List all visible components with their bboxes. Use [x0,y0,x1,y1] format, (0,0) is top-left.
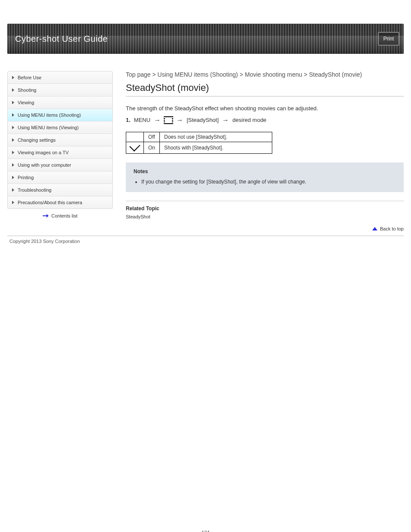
main-content: Top page > Using MENU items (Shooting) >… [126,71,404,234]
arrow-icon: → [176,116,183,124]
related-section: Related Topic SteadyShot [126,201,404,219]
footer-rule [7,236,404,236]
caret-right-icon [12,201,14,204]
film-icon [164,116,173,124]
sidebar-item[interactable]: Using MENU items (Viewing) [8,121,112,134]
sidebar-item[interactable]: Viewing [8,96,112,109]
sidebar-item[interactable]: Using MENU items (Shooting) [8,109,112,121]
sidebar-item-label: Precautions/About this camera [18,200,82,205]
arrow-icon: → [222,116,229,124]
table-row: Off Does not use [SteadyShot]. [126,132,272,142]
sidebar-item-label: Changing settings [18,137,56,143]
back-to-top-label: Back to top [380,226,404,231]
sidebar-item[interactable]: Precautions/About this camera [8,196,112,208]
sidebar-item-label: Troubleshooting [18,187,51,193]
cell-desc: Does not use [SteadyShot]. [160,132,272,142]
options-table: Off Does not use [SteadyShot]. On Shoots… [126,132,272,154]
step-2: [SteadyShot] [187,117,218,123]
copyright: Copyright 2013 Sony Corporation [9,239,411,244]
sidebar-item[interactable]: Printing [8,171,112,184]
notes-box: Notes If you change the setting for [Ste… [126,162,404,192]
sidebar-item-label: Viewing [18,100,34,105]
page-title: SteadyShot (movie) [126,82,404,93]
caret-right-icon [12,163,14,167]
contents-list-link[interactable]: Contents list [7,209,113,223]
caret-right-icon [12,101,14,104]
sidebar-item-label: Before Use [18,75,41,80]
header-bar: Cyber-shot User Guide Print [7,24,404,54]
arrow-icon: → [154,116,161,124]
sidebar-item-label: Using MENU items (Viewing) [18,125,79,130]
related-title: Related Topic [126,205,404,212]
cell-icon [126,132,144,142]
sidebar-item[interactable]: Troubleshooting [8,184,112,196]
caret-right-icon [12,176,14,179]
step-number: 1. [126,117,131,123]
sidebar-item[interactable]: Viewing images on a TV [8,146,112,159]
caret-right-icon [12,188,14,192]
sidebar-item[interactable]: Changing settings [8,134,112,146]
sidebar-column: Before UseShootingViewingUsing MENU item… [7,71,113,234]
page-number: 134 [0,530,411,532]
step-3: desired mode [233,117,267,123]
print-button[interactable]: Print [378,32,399,46]
cell-desc: Shoots with [SteadyShot]. [160,142,272,153]
sidebar-item-label: Viewing images on a TV [18,150,68,155]
sidebar-item-label: Shooting [18,87,36,93]
sidebar-item-label: Using MENU items (Shooting) [18,112,81,118]
caret-right-icon [12,151,14,154]
related-link[interactable]: SteadyShot [126,214,404,219]
check-icon [129,140,140,151]
header-title: Cyber-shot User Guide [15,34,108,44]
triangle-up-icon [372,227,377,230]
arrow-right-icon [43,214,49,218]
note-item: If you change the setting for [SteadySho… [141,178,396,186]
sidebar-item[interactable]: Shooting [8,84,112,96]
step-1: MENU [134,117,150,123]
notes-list: If you change the setting for [SteadySho… [134,178,396,186]
caret-right-icon [12,88,14,92]
sidebar-item[interactable]: Using with your computer [8,159,112,171]
sidebar-item[interactable]: Before Use [8,72,112,84]
caret-right-icon [12,138,14,142]
caret-right-icon [12,126,14,129]
sidebar: Before UseShootingViewingUsing MENU item… [7,71,113,209]
notes-title: Notes [134,168,396,174]
caret-right-icon [12,113,14,117]
back-to-top-link[interactable]: Back to top [126,226,404,231]
caret-right-icon [12,76,14,79]
breadcrumb: Top page > Using MENU items (Shooting) >… [126,71,404,78]
contents-list-label: Contents list [51,213,78,218]
table-row: On Shoots with [SteadyShot]. [126,142,272,153]
cell-icon [126,142,144,153]
cell-label: Off [144,132,160,142]
sidebar-item-label: Printing [18,175,34,180]
menu-steps: 1. MENU → → [SteadyShot] → desired mode [126,116,404,124]
title-rule [126,96,404,96]
sidebar-item-label: Using with your computer [18,162,71,168]
description: The strength of the SteadyShot effect wh… [126,104,404,113]
cell-label: On [144,142,160,153]
